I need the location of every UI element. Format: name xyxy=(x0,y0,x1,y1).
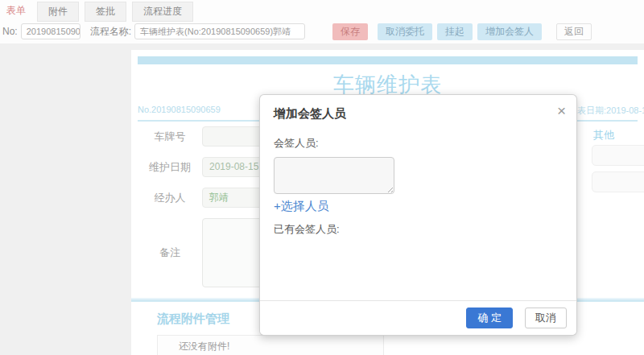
tab-sign-approve[interactable]: 签批 xyxy=(85,2,126,22)
form-date: 制表日期:2019-08-15 xyxy=(568,105,644,117)
process-name-label: 流程名称: xyxy=(90,25,131,39)
modal-header: 增加会签人员 × xyxy=(260,95,576,130)
no-input[interactable]: 20190815090659 xyxy=(21,23,80,39)
add-countersign-button[interactable]: 增加会签人 xyxy=(477,23,542,40)
form-number: No.20190815090659 xyxy=(138,105,221,114)
back-button[interactable]: 返回 xyxy=(556,23,592,40)
tab-bar: 表单 附件 签批 流程进度 xyxy=(0,0,644,19)
countersign-textarea[interactable] xyxy=(274,157,394,194)
remark-label: 备注 xyxy=(138,218,202,260)
handler-label: 经办人 xyxy=(138,191,202,205)
plate-label: 车牌号 xyxy=(138,130,202,144)
countersign-person-label: 会签人员: xyxy=(274,136,564,151)
cancel-button[interactable]: 取消 xyxy=(525,308,567,328)
tab-process-progress[interactable]: 流程进度 xyxy=(132,2,193,22)
tab-attachments[interactable]: 附件 xyxy=(37,2,79,22)
modal-body: 会签人员: +选择人员 已有会签人员: xyxy=(260,130,576,237)
process-name-input[interactable]: 车辆维护表(No:20190815090659)郭靖 xyxy=(134,23,305,39)
existing-countersign-label: 已有会签人员: xyxy=(274,222,564,237)
maintain-date-label: 维护日期 xyxy=(138,160,202,175)
suspend-button[interactable]: 挂起 xyxy=(437,23,473,40)
panel-top-bar xyxy=(138,56,638,64)
modal-title: 增加会签人员 xyxy=(274,106,346,120)
attachment-empty-box: 还没有附件! xyxy=(157,335,384,355)
toolbar: No: 20190815090659 流程名称: 车辆维护表(No:201908… xyxy=(0,19,644,43)
countersign-textarea-wrap xyxy=(274,157,394,194)
no-label: No: xyxy=(2,26,18,37)
right-column-input-2[interactable] xyxy=(592,171,644,192)
add-countersign-modal: 增加会签人员 × 会签人员: +选择人员 已有会签人员: 确 定 取消 xyxy=(259,94,577,336)
close-icon[interactable]: × xyxy=(557,103,566,118)
select-person-link[interactable]: +选择人员 xyxy=(274,199,329,214)
other-option-label[interactable]: 其他 xyxy=(593,128,614,142)
save-button[interactable]: 保存 xyxy=(332,23,368,40)
tab-form[interactable]: 表单 xyxy=(5,2,27,20)
confirm-button[interactable]: 确 定 xyxy=(466,308,513,328)
modal-footer: 确 定 取消 xyxy=(260,300,576,335)
right-column-input-1[interactable] xyxy=(592,145,644,166)
cancel-delegate-button[interactable]: 取消委托 xyxy=(378,23,432,40)
